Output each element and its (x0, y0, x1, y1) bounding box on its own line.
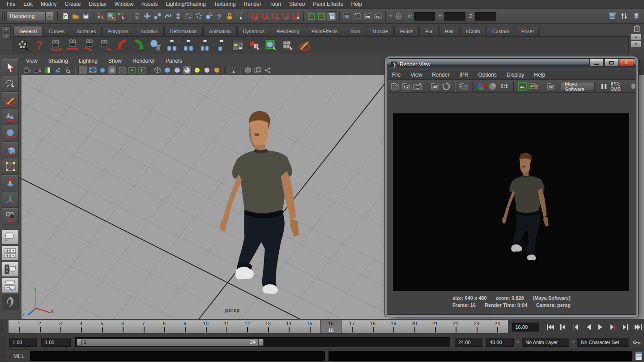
timeline-ruler[interactable]: 1 2 3 4 5 6 7 8 9 10 11 12 13 14 15 1616… (8, 320, 508, 334)
step-forward-key-button[interactable] (607, 322, 619, 332)
timeline-frame[interactable]: 2 (29, 320, 50, 333)
timeline-frame[interactable]: 9 (175, 320, 195, 333)
go-to-start-button[interactable] (545, 322, 556, 332)
viewport-menu-panels[interactable]: Panels (166, 58, 188, 64)
shelf-tab-surfaces[interactable]: Surfaces (71, 26, 102, 36)
alpha-channel-icon[interactable] (487, 82, 497, 91)
separator[interactable] (92, 11, 95, 22)
menu-display[interactable]: Display (85, 0, 110, 9)
pause-ipr-icon[interactable] (601, 84, 606, 89)
select-hierarchy-shelf-icon[interactable] (247, 38, 262, 53)
plugin-shelf-icon[interactable] (263, 66, 272, 74)
parent-icon[interactable] (164, 38, 179, 53)
play-backwards-button[interactable] (582, 322, 594, 332)
coords-expander-icon[interactable]: ▽ (389, 14, 392, 18)
redo-icon[interactable] (131, 38, 146, 53)
current-time-field[interactable]: 16.00 (512, 323, 540, 332)
shelf-tab-rendering[interactable]: Rendering (271, 26, 305, 36)
select-hierarchy-icon[interactable] (96, 11, 106, 22)
select-camera-icon[interactable] (23, 66, 32, 74)
command-language-toggle[interactable]: MEL (13, 353, 25, 359)
select-object-shelf-icon[interactable] (264, 38, 279, 53)
viewport-menu-renderer[interactable]: Renderer (132, 58, 160, 64)
select-misc-mask-icon[interactable]: ? (214, 11, 224, 22)
menu-assets[interactable]: Assets (137, 0, 162, 9)
shelf-tab-hair[interactable]: Hair (439, 26, 460, 36)
film-gate-icon[interactable] (88, 66, 97, 74)
camera-attributes-icon[interactable] (33, 66, 42, 74)
command-line-grip[interactable] (2, 350, 5, 362)
timeline-frame[interactable]: 15 (299, 320, 320, 333)
make-live-icon[interactable] (291, 11, 301, 22)
snapshot-icon[interactable] (413, 82, 422, 91)
range-slider-track[interactable]: 1 24 (75, 337, 450, 347)
timeline-frame[interactable]: 18 (363, 320, 383, 333)
select-deformations-mask-icon[interactable] (183, 11, 193, 22)
ipr-render-icon[interactable]: IPR (363, 11, 373, 22)
playback-end-field[interactable]: 24.00 (455, 338, 482, 347)
step-forward-frame-button[interactable] (620, 322, 631, 332)
layout-four-pane-button[interactable] (2, 246, 19, 261)
separator[interactable] (384, 11, 387, 22)
safe-title-icon[interactable]: T (137, 66, 146, 74)
menu-lighting-shading[interactable]: Lighting/Shading (162, 0, 209, 9)
menu-file[interactable]: File (3, 0, 19, 9)
menu-toon[interactable]: Toon (265, 0, 285, 9)
status-line-grip[interactable] (2, 10, 5, 22)
shelf-tab-dynamics[interactable]: Dynamics (237, 26, 270, 36)
shelf-tab-ncloth[interactable]: nCloth (460, 26, 486, 36)
render-view-titlebar[interactable]: Render View × (387, 59, 636, 70)
soft-modification-tool-button[interactable] (2, 175, 19, 191)
paint-selection-tool-button[interactable] (2, 92, 19, 108)
viewport-menu-show[interactable]: Show (108, 58, 127, 64)
renderer-selector[interactable]: Maya Software (561, 82, 595, 91)
construction-history-icon[interactable] (327, 11, 337, 22)
move-tool-button[interactable] (2, 109, 19, 125)
script-editor-icon[interactable] (635, 352, 642, 361)
select-component-shelf-icon[interactable] (280, 38, 295, 53)
menu-modify[interactable]: Modify (37, 0, 60, 9)
render-region-icon[interactable] (401, 82, 411, 91)
shelf-trash-icon[interactable] (631, 25, 643, 33)
timeline-current-frame[interactable]: 1616 (320, 320, 341, 333)
timeline-frame[interactable]: 17 (341, 320, 362, 333)
grid-toggle-icon[interactable] (78, 66, 87, 74)
timeline-frame[interactable]: 21 (425, 320, 445, 333)
refresh-ipr-icon[interactable] (441, 82, 451, 91)
rv-menu-help[interactable]: Help (534, 72, 545, 78)
camera-orbit-icon[interactable] (48, 38, 64, 53)
default-lighting-icon[interactable] (192, 66, 201, 74)
anim-layer-dropdown-icon[interactable]: ▽ (516, 340, 519, 345)
range-start-handle[interactable] (77, 339, 82, 346)
rv-menu-view[interactable]: View (410, 72, 422, 78)
bookmark-icon[interactable] (43, 66, 52, 74)
keep-image-icon[interactable] (517, 82, 527, 91)
field-chart-icon[interactable] (118, 66, 127, 74)
go-to-end-button[interactable] (632, 322, 644, 332)
playback-start-field[interactable]: 1.00 (41, 338, 71, 347)
timeline-frame[interactable]: 12 (237, 320, 257, 333)
attribute-editor-toggle-icon[interactable] (607, 11, 617, 22)
separator[interactable] (128, 11, 131, 22)
rv-menu-render[interactable]: Render (432, 72, 449, 78)
anim-layer-selector[interactable]: No Anim Layer (522, 338, 569, 347)
z-coord-input[interactable] (475, 12, 496, 21)
menu-set-dropdown-icon[interactable]: ▼ (46, 12, 53, 21)
timeline-frame[interactable]: 1 (9, 320, 29, 333)
rendered-image[interactable] (393, 113, 629, 291)
render-current-frame-icon[interactable] (352, 11, 363, 22)
show-manipulator-tool-button[interactable] (2, 192, 19, 208)
timeline-frame[interactable]: 22 (445, 320, 466, 333)
gate-mask-icon[interactable] (108, 66, 117, 74)
select-tool-button[interactable] (2, 59, 19, 75)
separator[interactable] (56, 11, 59, 22)
step-back-key-button[interactable] (570, 322, 581, 332)
open-render-settings-icon[interactable] (546, 82, 556, 91)
snap-to-grid-icon[interactable] (250, 11, 260, 22)
shelf-scroll-up-icon[interactable]: ▲ (631, 34, 641, 40)
timeline-frame[interactable]: 5 (92, 320, 112, 333)
shelf-menu-icon[interactable]: ▼ (2, 34, 11, 39)
xray-icon[interactable] (243, 66, 252, 74)
shaded-mode-icon[interactable] (163, 66, 172, 74)
menu-help[interactable]: Help (347, 0, 367, 9)
